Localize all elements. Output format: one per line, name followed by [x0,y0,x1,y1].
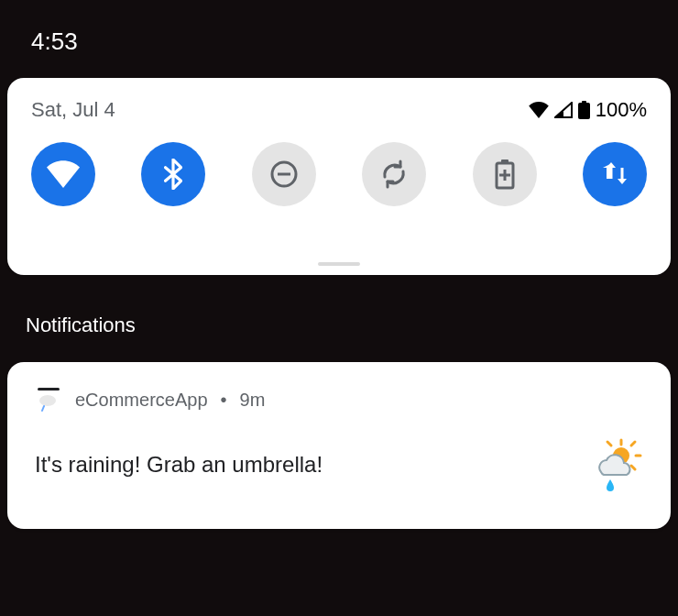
weather-sun-rain-icon [588,437,643,492]
notification-header: eCommerceApp • 9m [35,386,643,413]
quick-settings-panel: Sat, Jul 4 100% [7,78,671,275]
quick-settings-date[interactable]: Sat, Jul 4 [31,98,115,122]
svg-line-18 [631,466,635,469]
do-not-disturb-icon [268,159,300,190]
notification-app-name: eCommerceApp [75,390,208,411]
bluetooth-icon [164,159,182,190]
qs-tile-dnd[interactable] [252,142,316,206]
svg-rect-12 [38,388,60,390]
auto-rotate-icon [378,159,410,190]
notification-separator: • [221,390,227,411]
battery-saver-icon [495,159,515,190]
svg-rect-5 [501,160,508,163]
svg-rect-9 [609,167,612,179]
quick-settings-header: Sat, Jul 4 100% [7,78,671,122]
svg-rect-1 [582,101,586,104]
wifi-icon [47,160,80,188]
svg-line-17 [631,442,635,446]
notification-message: It's raining! Grab an umbrella! [35,452,323,478]
notification-time: 9m [240,390,266,411]
statusbar-time: 4:53 [31,28,78,56]
status-icons: 100% [529,98,647,122]
svg-line-19 [607,442,611,446]
svg-rect-0 [578,103,590,119]
qs-tile-bluetooth[interactable] [141,142,205,206]
notification-card[interactable]: eCommerceApp • 9m It's raining! Grab an … [7,362,671,529]
qs-tile-wifi[interactable] [31,142,95,206]
qs-tile-rotate[interactable] [362,142,426,206]
qs-tile-battery-saver[interactable] [473,142,537,206]
phone-screen: 4:53 Sat, Jul 4 [0,0,678,616]
mobile-data-icon [601,160,629,188]
quick-settings-handle[interactable] [318,262,360,266]
svg-point-13 [39,395,56,406]
battery-percentage: 100% [596,98,647,122]
svg-rect-10 [620,168,623,180]
battery-status-icon [578,101,590,119]
quick-settings-tiles [7,122,671,206]
svg-marker-11 [618,179,627,184]
notifications-section-label: Notifications [26,314,136,337]
wifi-status-icon [529,102,549,118]
notification-app-icon [35,386,62,413]
cellular-status-icon [554,102,573,118]
qs-tile-mobile-data[interactable] [583,142,647,206]
